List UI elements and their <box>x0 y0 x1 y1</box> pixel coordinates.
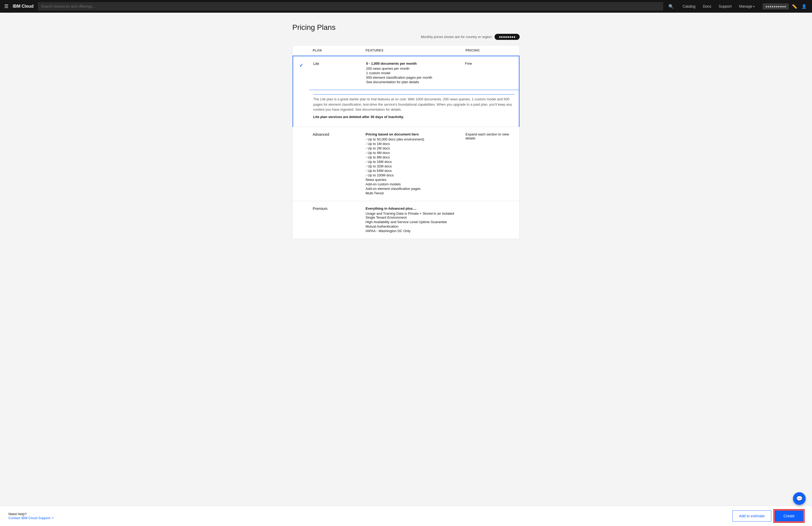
lite-warning: Lite plan services are deleted after 30 … <box>313 114 514 120</box>
col-pricing: PRICING <box>461 49 519 52</box>
adv-feature-12: Add-on element classification pages <box>365 187 457 191</box>
plan-check-advanced <box>293 127 308 201</box>
adv-feature-5: - Up to 8M docs <box>365 155 457 159</box>
table-header: PLAN FEATURES PRICING <box>293 45 519 56</box>
plan-name-premium: Premium <box>308 201 361 239</box>
search-input[interactable] <box>38 2 663 11</box>
lite-feature-2: 1 custom model <box>366 71 456 75</box>
region-label: Monthly prices shown are for country or … <box>421 35 492 39</box>
adv-feature-7: - Up to 32M docs <box>365 164 457 168</box>
adv-feature-13: Multi-Tiered <box>365 191 457 195</box>
main-content: Pricing Plans Monthly prices shown are f… <box>287 13 525 260</box>
prem-feature-2: High Availability and Service Level Upti… <box>365 220 457 224</box>
adv-feature-6: - Up to 16M docs <box>365 160 457 164</box>
plan-row-lite[interactable]: ✓ Lite 0 - 1,000 documents per month 200… <box>293 56 519 127</box>
advanced-pricing-cell: Expand each section to view details <box>461 127 519 201</box>
pricing-table: PLAN FEATURES PRICING ✓ Lite 0 - 1,000 d… <box>292 45 520 239</box>
lite-pricing-cell: Free <box>461 56 519 90</box>
adv-feature-10: News queries <box>365 178 457 182</box>
prem-feature-1: Usage and Training Data is Private + Sto… <box>365 211 457 220</box>
adv-feature-1: - Up to 50,000 docs (dev environment) <box>365 137 457 141</box>
lite-desc-text: The Lite plan is a great starter plan to… <box>313 97 514 112</box>
adv-feature-3: - Up to 2M docs <box>365 146 457 150</box>
checkmark-icon: ✓ <box>299 63 303 69</box>
adv-feature-9: - Up to 100M docs <box>365 173 457 177</box>
page-title: Pricing Plans <box>292 23 520 32</box>
lite-feature-title: 0 - 1,000 documents per month <box>366 61 456 65</box>
advanced-price: Expand each section to view details <box>465 132 509 140</box>
lite-features-cell: 0 - 1,000 documents per month 200 news q… <box>362 56 461 90</box>
plan-check-lite: ✓ <box>293 56 309 90</box>
prem-feature-4: HIPAA - Washington DC Only <box>365 229 457 233</box>
topnav-right-actions: ●●●●●●●●●● ✏️ 👤 <box>763 3 808 10</box>
lite-plan-label: Lite <box>313 61 319 66</box>
premium-feature-title: Everything in Advanced plus.... <box>365 207 457 210</box>
plan-row-premium[interactable]: Premium Everything in Advanced plus.... … <box>293 201 519 239</box>
region-value[interactable]: ●●●●●●●● <box>495 34 520 40</box>
premium-pricing-cell <box>461 201 519 239</box>
premium-features-cell: Everything in Advanced plus.... Usage an… <box>361 201 461 239</box>
nav-manage[interactable]: Manage ▾ <box>735 0 759 13</box>
adv-feature-2: - Up to 1M docs <box>365 142 457 146</box>
lite-price: Free <box>465 61 472 65</box>
nav-docs[interactable]: Docs <box>699 0 715 13</box>
plan-name-lite: Lite <box>309 56 362 90</box>
adv-feature-4: - Up to 4M docs <box>365 151 457 155</box>
plan-check-premium <box>293 201 308 239</box>
advanced-plan-label: Advanced <box>313 132 329 136</box>
nav-catalog[interactable]: Catalog <box>679 0 699 13</box>
edit-icon[interactable]: ✏️ <box>791 4 798 9</box>
lite-feature-4: See documentation for plan details <box>366 80 456 84</box>
prem-feature-3: Mutual Authentication <box>365 224 457 228</box>
nav-links: Catalog Docs Support Manage ▾ <box>679 0 759 13</box>
adv-feature-8: - Up to 64M docs <box>365 169 457 173</box>
col-features: FEATURES <box>361 49 461 52</box>
col-check <box>293 49 308 52</box>
lite-feature-3: 500 element classification pages per mon… <box>366 76 456 79</box>
nav-support[interactable]: Support <box>715 0 735 13</box>
col-plan: PLAN <box>308 49 361 52</box>
region-row: Monthly prices shown are for country or … <box>292 34 520 40</box>
lite-description: The Lite plan is a great starter plan to… <box>309 90 519 127</box>
lite-feature-1: 200 news queries per month <box>366 66 456 71</box>
adv-feature-11: Add-on custom models <box>365 182 457 186</box>
brand-logo: IBM Cloud <box>13 4 33 9</box>
plan-row-advanced[interactable]: Advanced Pricing based on document tiers… <box>293 127 519 201</box>
advanced-features-cell: Pricing based on document tiers - Up to … <box>361 127 461 201</box>
hamburger-menu[interactable]: ☰ <box>4 3 9 9</box>
premium-plan-label: Premium <box>313 207 328 211</box>
account-switcher[interactable]: ●●●●●●●●●● <box>763 3 789 10</box>
top-navigation: ☰ IBM Cloud 🔍 Catalog Docs Support Manag… <box>0 0 812 13</box>
advanced-feature-title: Pricing based on document tiers <box>365 132 457 136</box>
manage-label: Manage <box>739 4 753 9</box>
chevron-down-icon: ▾ <box>753 5 755 8</box>
user-icon[interactable]: 👤 <box>800 4 808 9</box>
plan-name-advanced: Advanced <box>308 127 361 201</box>
search-icon[interactable]: 🔍 <box>667 4 675 9</box>
